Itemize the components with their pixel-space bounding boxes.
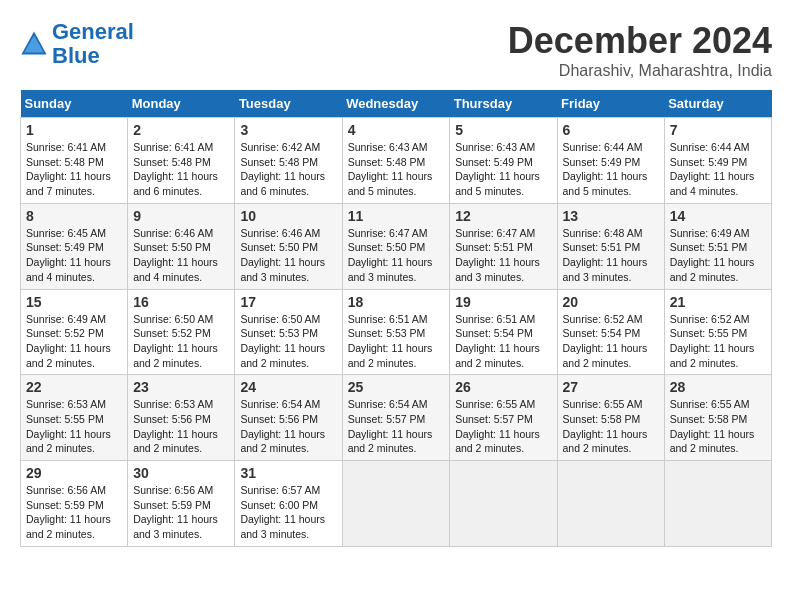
week-row-1: 1Sunrise: 6:41 AM Sunset: 5:48 PM Daylig… (21, 118, 772, 204)
calendar-cell: 20Sunrise: 6:52 AM Sunset: 5:54 PM Dayli… (557, 289, 664, 375)
day-info: Sunrise: 6:55 AM Sunset: 5:58 PM Dayligh… (563, 397, 659, 456)
calendar-cell: 5Sunrise: 6:43 AM Sunset: 5:49 PM Daylig… (450, 118, 557, 204)
day-info: Sunrise: 6:41 AM Sunset: 5:48 PM Dayligh… (133, 140, 229, 199)
day-number: 8 (26, 208, 122, 224)
day-number: 22 (26, 379, 122, 395)
col-header-monday: Monday (128, 90, 235, 118)
day-number: 31 (240, 465, 336, 481)
day-number: 14 (670, 208, 766, 224)
day-info: Sunrise: 6:50 AM Sunset: 5:52 PM Dayligh… (133, 312, 229, 371)
day-number: 17 (240, 294, 336, 310)
calendar-cell: 27Sunrise: 6:55 AM Sunset: 5:58 PM Dayli… (557, 375, 664, 461)
calendar-cell: 1Sunrise: 6:41 AM Sunset: 5:48 PM Daylig… (21, 118, 128, 204)
day-info: Sunrise: 6:49 AM Sunset: 5:51 PM Dayligh… (670, 226, 766, 285)
logo-line1: General (52, 19, 134, 44)
day-info: Sunrise: 6:42 AM Sunset: 5:48 PM Dayligh… (240, 140, 336, 199)
calendar-cell: 14Sunrise: 6:49 AM Sunset: 5:51 PM Dayli… (664, 203, 771, 289)
day-info: Sunrise: 6:49 AM Sunset: 5:52 PM Dayligh… (26, 312, 122, 371)
day-number: 26 (455, 379, 551, 395)
day-number: 10 (240, 208, 336, 224)
day-number: 29 (26, 465, 122, 481)
day-number: 25 (348, 379, 445, 395)
day-number: 19 (455, 294, 551, 310)
day-info: Sunrise: 6:53 AM Sunset: 5:55 PM Dayligh… (26, 397, 122, 456)
calendar-cell: 17Sunrise: 6:50 AM Sunset: 5:53 PM Dayli… (235, 289, 342, 375)
logo-icon (20, 30, 48, 58)
logo: General Blue (20, 20, 134, 68)
day-number: 24 (240, 379, 336, 395)
calendar-cell (450, 461, 557, 547)
calendar-cell: 12Sunrise: 6:47 AM Sunset: 5:51 PM Dayli… (450, 203, 557, 289)
day-info: Sunrise: 6:47 AM Sunset: 5:51 PM Dayligh… (455, 226, 551, 285)
calendar-cell: 11Sunrise: 6:47 AM Sunset: 5:50 PM Dayli… (342, 203, 450, 289)
calendar-cell: 31Sunrise: 6:57 AM Sunset: 6:00 PM Dayli… (235, 461, 342, 547)
calendar-cell: 22Sunrise: 6:53 AM Sunset: 5:55 PM Dayli… (21, 375, 128, 461)
day-number: 28 (670, 379, 766, 395)
week-row-4: 22Sunrise: 6:53 AM Sunset: 5:55 PM Dayli… (21, 375, 772, 461)
calendar-cell: 4Sunrise: 6:43 AM Sunset: 5:48 PM Daylig… (342, 118, 450, 204)
day-number: 21 (670, 294, 766, 310)
day-info: Sunrise: 6:44 AM Sunset: 5:49 PM Dayligh… (670, 140, 766, 199)
col-header-friday: Friday (557, 90, 664, 118)
day-info: Sunrise: 6:54 AM Sunset: 5:56 PM Dayligh… (240, 397, 336, 456)
calendar-cell: 9Sunrise: 6:46 AM Sunset: 5:50 PM Daylig… (128, 203, 235, 289)
day-info: Sunrise: 6:51 AM Sunset: 5:54 PM Dayligh… (455, 312, 551, 371)
calendar-cell: 15Sunrise: 6:49 AM Sunset: 5:52 PM Dayli… (21, 289, 128, 375)
day-info: Sunrise: 6:54 AM Sunset: 5:57 PM Dayligh… (348, 397, 445, 456)
col-header-tuesday: Tuesday (235, 90, 342, 118)
calendar-cell (557, 461, 664, 547)
day-number: 1 (26, 122, 122, 138)
day-number: 12 (455, 208, 551, 224)
day-info: Sunrise: 6:50 AM Sunset: 5:53 PM Dayligh… (240, 312, 336, 371)
calendar-cell: 30Sunrise: 6:56 AM Sunset: 5:59 PM Dayli… (128, 461, 235, 547)
day-number: 13 (563, 208, 659, 224)
calendar-table: SundayMondayTuesdayWednesdayThursdayFrid… (20, 90, 772, 547)
col-header-saturday: Saturday (664, 90, 771, 118)
day-number: 11 (348, 208, 445, 224)
day-info: Sunrise: 6:51 AM Sunset: 5:53 PM Dayligh… (348, 312, 445, 371)
page-header: General Blue December 2024 Dharashiv, Ma… (20, 20, 772, 80)
day-number: 30 (133, 465, 229, 481)
calendar-cell (342, 461, 450, 547)
calendar-cell: 2Sunrise: 6:41 AM Sunset: 5:48 PM Daylig… (128, 118, 235, 204)
calendar-cell: 23Sunrise: 6:53 AM Sunset: 5:56 PM Dayli… (128, 375, 235, 461)
day-number: 2 (133, 122, 229, 138)
day-number: 18 (348, 294, 445, 310)
week-row-5: 29Sunrise: 6:56 AM Sunset: 5:59 PM Dayli… (21, 461, 772, 547)
day-number: 3 (240, 122, 336, 138)
day-info: Sunrise: 6:52 AM Sunset: 5:55 PM Dayligh… (670, 312, 766, 371)
day-number: 15 (26, 294, 122, 310)
title-block: December 2024 Dharashiv, Maharashtra, In… (508, 20, 772, 80)
calendar-cell: 29Sunrise: 6:56 AM Sunset: 5:59 PM Dayli… (21, 461, 128, 547)
calendar-cell: 10Sunrise: 6:46 AM Sunset: 5:50 PM Dayli… (235, 203, 342, 289)
calendar-cell (664, 461, 771, 547)
week-row-2: 8Sunrise: 6:45 AM Sunset: 5:49 PM Daylig… (21, 203, 772, 289)
day-info: Sunrise: 6:46 AM Sunset: 5:50 PM Dayligh… (133, 226, 229, 285)
day-info: Sunrise: 6:43 AM Sunset: 5:49 PM Dayligh… (455, 140, 551, 199)
day-info: Sunrise: 6:45 AM Sunset: 5:49 PM Dayligh… (26, 226, 122, 285)
logo-line2: Blue (52, 44, 134, 68)
calendar-cell: 16Sunrise: 6:50 AM Sunset: 5:52 PM Dayli… (128, 289, 235, 375)
calendar-cell: 28Sunrise: 6:55 AM Sunset: 5:58 PM Dayli… (664, 375, 771, 461)
calendar-cell: 8Sunrise: 6:45 AM Sunset: 5:49 PM Daylig… (21, 203, 128, 289)
calendar-cell: 6Sunrise: 6:44 AM Sunset: 5:49 PM Daylig… (557, 118, 664, 204)
day-number: 27 (563, 379, 659, 395)
day-info: Sunrise: 6:44 AM Sunset: 5:49 PM Dayligh… (563, 140, 659, 199)
col-header-wednesday: Wednesday (342, 90, 450, 118)
day-info: Sunrise: 6:43 AM Sunset: 5:48 PM Dayligh… (348, 140, 445, 199)
day-number: 23 (133, 379, 229, 395)
calendar-cell: 21Sunrise: 6:52 AM Sunset: 5:55 PM Dayli… (664, 289, 771, 375)
day-info: Sunrise: 6:57 AM Sunset: 6:00 PM Dayligh… (240, 483, 336, 542)
day-info: Sunrise: 6:56 AM Sunset: 5:59 PM Dayligh… (133, 483, 229, 542)
day-info: Sunrise: 6:47 AM Sunset: 5:50 PM Dayligh… (348, 226, 445, 285)
calendar-cell: 19Sunrise: 6:51 AM Sunset: 5:54 PM Dayli… (450, 289, 557, 375)
calendar-cell: 7Sunrise: 6:44 AM Sunset: 5:49 PM Daylig… (664, 118, 771, 204)
day-number: 9 (133, 208, 229, 224)
day-info: Sunrise: 6:48 AM Sunset: 5:51 PM Dayligh… (563, 226, 659, 285)
calendar-cell: 26Sunrise: 6:55 AM Sunset: 5:57 PM Dayli… (450, 375, 557, 461)
day-number: 4 (348, 122, 445, 138)
col-header-sunday: Sunday (21, 90, 128, 118)
day-number: 16 (133, 294, 229, 310)
day-info: Sunrise: 6:55 AM Sunset: 5:57 PM Dayligh… (455, 397, 551, 456)
day-info: Sunrise: 6:41 AM Sunset: 5:48 PM Dayligh… (26, 140, 122, 199)
